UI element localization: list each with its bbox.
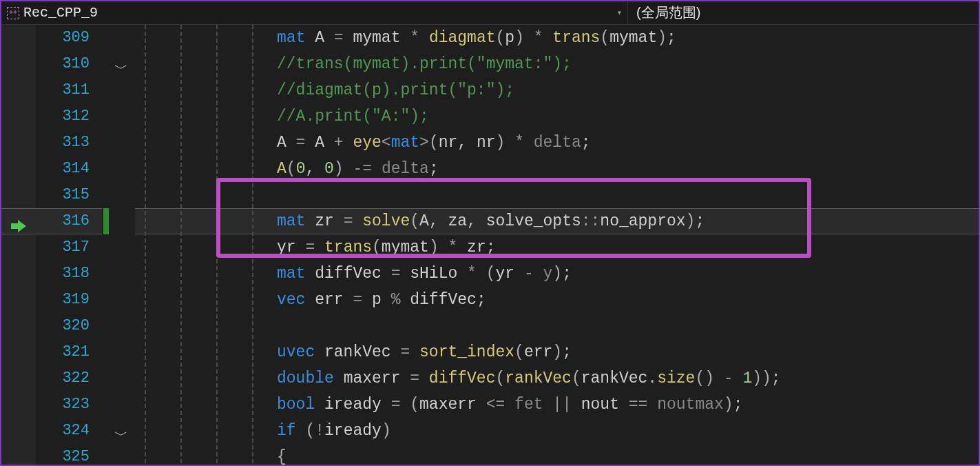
line-number[interactable]: 319 xyxy=(36,287,90,313)
line-number[interactable]: 312 xyxy=(36,103,90,130)
line-number[interactable]: 322 xyxy=(36,365,90,392)
code-line[interactable]: //A.print("A:"); xyxy=(135,103,979,130)
code-line[interactable]: mat zr = solve(A, za, solve_opts::no_app… xyxy=(135,208,979,234)
line-number[interactable]: 317 xyxy=(36,234,90,261)
code-line[interactable]: vec err = p % diffVec; xyxy=(135,287,979,313)
scope-label: (全局范围) xyxy=(636,3,700,22)
code-line[interactable]: A(0, 0) -= delta; xyxy=(135,156,979,182)
project-icon: ++ xyxy=(7,7,19,19)
scope-dropdown[interactable]: (全局范围) xyxy=(628,1,979,24)
code-line[interactable] xyxy=(135,182,979,208)
code-line[interactable]: mat diffVec = sHiLo * (yr - y); xyxy=(135,261,979,287)
line-number[interactable]: 311 xyxy=(36,77,90,103)
code-line[interactable]: double maxerr = diffVec(rankVec(rankVec.… xyxy=(135,365,979,392)
code-line[interactable]: yr = trans(mymat) * zr; xyxy=(135,234,979,261)
line-number-gutter[interactable]: 3093103113123133143153163173183193203213… xyxy=(36,25,102,465)
line-number[interactable]: 314 xyxy=(36,156,90,182)
line-number[interactable]: 323 xyxy=(36,392,90,418)
toolbar: ++ Rec_CPP_9 ▾ (全局范围) xyxy=(1,1,979,25)
code-line[interactable]: A = A + eye<mat>(nr, nr) * delta; xyxy=(135,130,979,156)
editor-area[interactable]: 3093103113123133143153163173183193203213… xyxy=(1,25,979,465)
line-number[interactable]: 315 xyxy=(36,182,90,208)
code-line[interactable]: { xyxy=(135,444,979,465)
code-line[interactable]: //diagmat(p).print("p:"); xyxy=(135,77,979,103)
code-area[interactable]: mat A = mymat * diagmat(p) * trans(mymat… xyxy=(135,25,979,465)
line-number[interactable]: 309 xyxy=(36,25,90,51)
line-number[interactable]: 325 xyxy=(36,444,90,465)
line-number[interactable]: 318 xyxy=(36,261,90,287)
chevron-down-icon: ▾ xyxy=(617,8,622,18)
line-number[interactable]: 320 xyxy=(36,313,90,339)
code-line[interactable]: mat A = mymat * diagmat(p) * trans(mymat… xyxy=(135,25,979,51)
code-line[interactable]: //trans(mymat).print("mymat:"); xyxy=(135,51,979,77)
line-number[interactable]: 310 xyxy=(36,51,90,77)
fold-gutter[interactable]: ﹀﹀ xyxy=(112,25,135,465)
project-name: Rec_CPP_9 xyxy=(23,5,98,21)
code-line[interactable]: bool iready = (maxerr <= fet || nout == … xyxy=(135,392,979,418)
modification-gutter xyxy=(102,25,112,465)
modified-marker xyxy=(103,208,109,234)
line-number[interactable]: 324 xyxy=(36,418,90,444)
breakpoint-gutter[interactable] xyxy=(1,25,36,465)
code-line[interactable]: if (!iready) xyxy=(135,418,979,444)
line-number[interactable]: 316 xyxy=(36,208,90,234)
code-line[interactable]: uvec rankVec = sort_index(err); xyxy=(135,339,979,365)
line-number[interactable]: 313 xyxy=(36,130,90,156)
code-line[interactable] xyxy=(135,313,979,339)
line-number[interactable]: 321 xyxy=(36,339,90,365)
project-dropdown[interactable]: ++ Rec_CPP_9 ▾ xyxy=(1,1,628,24)
editor-window: ++ Rec_CPP_9 ▾ (全局范围) 309310311312313314… xyxy=(0,0,980,466)
